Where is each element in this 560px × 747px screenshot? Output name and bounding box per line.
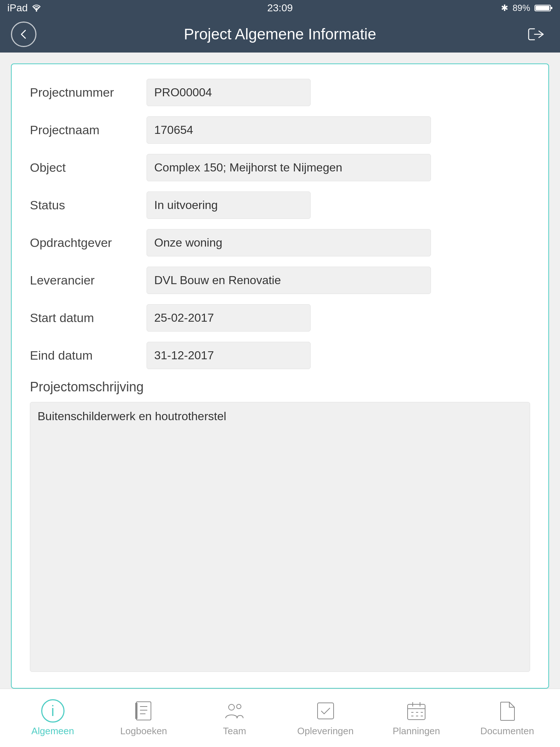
textarea-projectomschrijving[interactable]: Buitenschilderwerk en houtrotherstel — [30, 402, 530, 672]
form-row-projectnaam: Projectnaam — [30, 116, 530, 144]
tab-algemeen-label: Algemeen — [31, 725, 74, 737]
form-row-status: Status — [30, 191, 530, 219]
svg-rect-12 — [318, 703, 334, 719]
input-object[interactable] — [147, 154, 431, 181]
label-object: Object — [30, 160, 147, 175]
tab-logboeken[interactable]: Logboeken — [104, 699, 184, 737]
input-projectnaam[interactable] — [147, 116, 431, 144]
bluetooth-icon: ✱ — [501, 3, 508, 13]
tab-team[interactable]: Team — [194, 699, 275, 737]
algemeen-icon: i — [41, 699, 65, 723]
status-right: ✱ 89% — [501, 3, 553, 13]
input-status[interactable] — [147, 191, 311, 219]
logboeken-icon — [132, 699, 155, 723]
tab-opleveringen-label: Opleveringen — [297, 725, 354, 737]
svg-rect-2 — [551, 7, 552, 9]
input-einddatum[interactable] — [147, 342, 311, 369]
form-row-einddatum: Eind datum — [30, 342, 530, 369]
tab-planningen[interactable]: Planningen — [376, 699, 456, 737]
form-row-object: Object — [30, 154, 530, 181]
back-button[interactable] — [11, 22, 36, 47]
tab-bar: i Algemeen Logboeken Team — [0, 689, 560, 747]
label-einddatum: Eind datum — [30, 348, 147, 363]
header: Project Algemene Informatie — [0, 16, 560, 53]
label-startdatum: Start datum — [30, 311, 147, 325]
battery-icon — [534, 4, 553, 12]
input-leverancier[interactable] — [147, 267, 431, 294]
device-label: iPad — [7, 2, 28, 14]
tab-opleveringen[interactable]: Opleveringen — [285, 699, 366, 737]
status-left: iPad — [7, 2, 42, 14]
svg-point-0 — [36, 10, 37, 12]
tab-algemeen[interactable]: i Algemeen — [13, 699, 93, 737]
input-startdatum[interactable] — [147, 304, 311, 332]
input-opdrachtgever[interactable] — [147, 229, 431, 256]
tab-documenten-label: Documenten — [481, 725, 534, 737]
tab-team-label: Team — [223, 725, 246, 737]
logout-button[interactable] — [524, 22, 549, 47]
label-status: Status — [30, 198, 147, 212]
main-content: Projectnummer Projectnaam Object Status … — [0, 53, 560, 689]
svg-point-11 — [237, 704, 241, 709]
battery-label: 89% — [513, 3, 530, 13]
form-row-startdatum: Start datum — [30, 304, 530, 332]
label-projectnummer: Projectnummer — [30, 85, 147, 100]
svg-rect-5 — [136, 702, 151, 720]
status-time: 23:09 — [267, 2, 293, 14]
status-bar: iPad 23:09 ✱ 89% — [0, 0, 560, 16]
svg-point-10 — [229, 704, 234, 710]
form-card: Projectnummer Projectnaam Object Status … — [11, 63, 549, 689]
team-icon — [223, 699, 246, 723]
section-description-title: Projectomschrijving — [30, 379, 530, 395]
svg-rect-3 — [536, 6, 549, 10]
label-opdrachtgever: Opdrachtgever — [30, 236, 147, 250]
form-row-projectnummer: Projectnummer — [30, 79, 530, 106]
svg-rect-9 — [135, 703, 137, 719]
label-projectnaam: Projectnaam — [30, 123, 147, 137]
label-leverancier: Leverancier — [30, 273, 147, 287]
documenten-icon — [495, 699, 519, 723]
form-row-leverancier: Leverancier — [30, 267, 530, 294]
wifi-icon — [31, 4, 42, 12]
tab-planningen-label: Planningen — [393, 725, 440, 737]
opleveringen-icon — [314, 699, 337, 723]
tab-logboeken-label: Logboeken — [120, 725, 167, 737]
form-row-opdrachtgever: Opdrachtgever — [30, 229, 530, 256]
page-title: Project Algemene Informatie — [184, 26, 376, 43]
planningen-icon — [405, 699, 428, 723]
tab-documenten[interactable]: Documenten — [467, 699, 547, 737]
input-projectnummer[interactable] — [147, 79, 311, 106]
